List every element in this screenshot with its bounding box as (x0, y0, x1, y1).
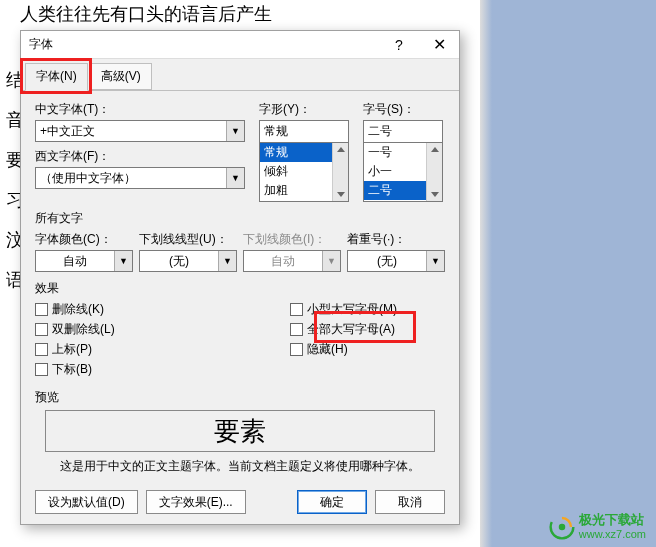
checkbox-superscript[interactable]: 上标(P) (35, 341, 190, 358)
chevron-down-icon: ▼ (322, 251, 340, 271)
dialog-titlebar: 字体 ? ✕ (21, 31, 459, 59)
tab-advanced[interactable]: 高级(V) (90, 63, 152, 90)
ok-button[interactable]: 确定 (297, 490, 367, 514)
watermark: 极光下载站 www.xz7.com (549, 513, 646, 541)
all-text-label: 所有文字 (35, 210, 445, 227)
latin-font-combo[interactable]: （使用中文字体） ▼ (35, 167, 245, 189)
set-default-button[interactable]: 设为默认值(D) (35, 490, 138, 514)
checkbox-subscript[interactable]: 下标(B) (35, 361, 190, 378)
font-color-combo[interactable]: 自动 ▼ (35, 250, 133, 272)
preview-label: 预览 (35, 389, 445, 406)
tab-font[interactable]: 字体(N) (25, 63, 88, 91)
font-size-label: 字号(S)： (363, 101, 443, 118)
help-button[interactable]: ? (379, 31, 419, 59)
dialog-tabs: 字体(N) 高级(V) (21, 59, 459, 91)
chevron-down-icon[interactable]: ▼ (226, 168, 244, 188)
dialog-title: 字体 (29, 36, 379, 53)
latin-font-label: 西文字体(F)： (35, 148, 245, 165)
scrollbar[interactable] (332, 143, 348, 201)
preview-box: 要素 (45, 410, 435, 452)
chevron-down-icon[interactable]: ▼ (114, 251, 132, 271)
close-button[interactable]: ✕ (419, 31, 459, 59)
watermark-url: www.xz7.com (579, 527, 646, 541)
chinese-font-label: 中文字体(T)： (35, 101, 245, 118)
chevron-down-icon[interactable]: ▼ (218, 251, 236, 271)
watermark-name: 极光下载站 (579, 513, 646, 527)
font-size-input[interactable]: 二号 (363, 120, 443, 142)
underline-color-combo: 自动 ▼ (243, 250, 341, 272)
cancel-button[interactable]: 取消 (375, 490, 445, 514)
font-dialog: 字体 ? ✕ 字体(N) 高级(V) 中文字体(T)： +中文正文 ▼ 西文字体… (20, 30, 460, 525)
page-margin-area (480, 0, 656, 547)
underline-style-label: 下划线线型(U)： (139, 231, 237, 248)
font-color-label: 字体颜色(C)： (35, 231, 133, 248)
font-style-label: 字形(Y)： (259, 101, 349, 118)
font-style-input[interactable]: 常规 (259, 120, 349, 142)
scrollbar[interactable] (426, 143, 442, 201)
logo-icon (549, 514, 575, 540)
checkbox-small-caps[interactable]: 小型大写字母(M) (290, 301, 445, 318)
chevron-down-icon[interactable]: ▼ (426, 251, 444, 271)
text-effects-button[interactable]: 文字效果(E)... (146, 490, 246, 514)
checkbox-strikethrough[interactable]: 删除线(K) (35, 301, 190, 318)
font-size-listbox[interactable]: 一号 小一 二号 (363, 142, 443, 202)
underline-style-combo[interactable]: (无) ▼ (139, 250, 237, 272)
checkbox-all-caps[interactable]: 全部大写字母(A) (290, 321, 445, 338)
emphasis-mark-combo[interactable]: (无) ▼ (347, 250, 445, 272)
checkbox-double-strikethrough[interactable]: 双删除线(L) (35, 321, 190, 338)
effects-label: 效果 (35, 280, 445, 297)
underline-color-label: 下划线颜色(I)： (243, 231, 341, 248)
chevron-down-icon[interactable]: ▼ (226, 121, 244, 141)
emphasis-mark-label: 着重号(·)： (347, 231, 445, 248)
svg-point-1 (559, 524, 566, 531)
checkbox-hidden[interactable]: 隐藏(H) (290, 341, 445, 358)
chinese-font-combo[interactable]: +中文正文 ▼ (35, 120, 245, 142)
font-style-listbox[interactable]: 常规 倾斜 加粗 (259, 142, 349, 202)
preview-description: 这是用于中文的正文主题字体。当前文档主题定义将使用哪种字体。 (35, 458, 445, 475)
